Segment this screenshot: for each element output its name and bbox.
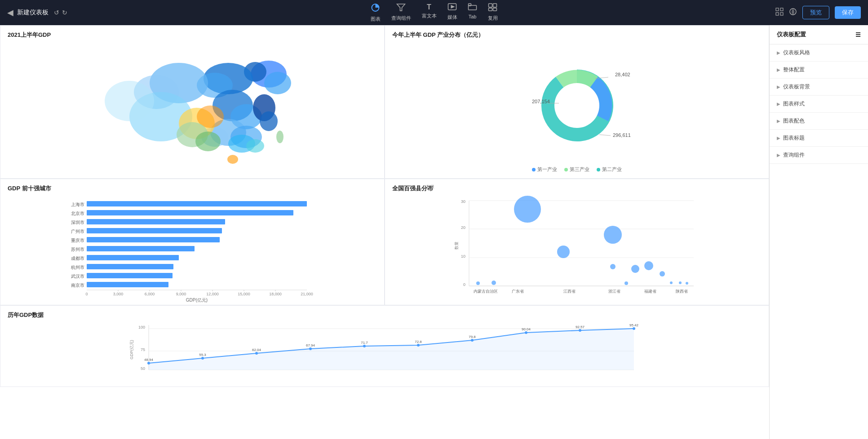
bar-chart-svg: 上海市 北京市 深圳市 广州市 重庆市 — [8, 196, 377, 299]
svg-rect-13 — [780, 13, 783, 15]
config-sidebar: 仪表板配置 ☰ ▶ 仪表板风格 ▶ 整体配置 ▶ 仪表板背景 ▶ 图表样式 ▶ … — [769, 25, 868, 439]
sidebar-label-3: 仪表板背景 — [783, 83, 810, 91]
tool-media[interactable]: 媒体 — [447, 3, 457, 22]
svg-text:90.04: 90.04 — [522, 327, 531, 331]
svg-point-107 — [631, 265, 639, 273]
center-toolbar: 图表 查询组件 T 富文本 媒体 Tab 复 — [371, 3, 498, 22]
theme-icon[interactable] — [789, 8, 797, 18]
svg-text:浙江省: 浙江省 — [608, 289, 620, 294]
svg-point-128 — [471, 339, 474, 342]
bubble-chart-svg: 0 10 20 30 数量 内蒙古自治区 广东省 — [392, 196, 762, 304]
chevron-icon-6: ▶ — [777, 136, 780, 140]
tool-query[interactable]: 查询组件 — [391, 3, 411, 22]
sidebar-item-dashboard-style[interactable]: ▶ 仪表板风格 — [770, 44, 868, 61]
sidebar-item-query-component[interactable]: ▶ 查询组件 — [770, 147, 868, 164]
svg-text:71.7: 71.7 — [361, 341, 368, 345]
pie-title: 今年上半年 GDP 产业分布（亿元） — [392, 31, 762, 39]
svg-point-103 — [476, 281, 480, 285]
sidebar-item-background[interactable]: ▶ 仪表板背景 — [770, 79, 868, 96]
pie-chart-svg: 28,402 207,154 296,611 — [505, 58, 649, 153]
svg-text:广东省: 广东省 — [512, 289, 524, 294]
right-toolbar: 预览 保存 — [775, 6, 861, 19]
tool-tab[interactable]: Tab — [468, 3, 477, 22]
legend-label-2: 第三产业 — [570, 166, 589, 173]
grid-icon[interactable] — [775, 8, 784, 18]
svg-text:0: 0 — [463, 282, 465, 287]
sidebar-item-chart-label[interactable]: ▶ 图表标题 — [770, 130, 868, 147]
dashboard-grid: 2021上半年GDP — [0, 25, 769, 387]
svg-text:6,000: 6,000 — [145, 292, 155, 296]
svg-rect-8 — [489, 8, 492, 11]
svg-text:79.8: 79.8 — [469, 335, 476, 339]
svg-rect-49 — [87, 210, 293, 215]
svg-text:100: 100 — [138, 325, 145, 329]
svg-marker-121 — [149, 329, 634, 370]
pie-legend: 第一产业 第三产业 第二产业 — [392, 166, 762, 173]
tool-richtext[interactable]: T 富文本 — [422, 3, 437, 22]
svg-text:3,000: 3,000 — [113, 292, 124, 296]
chevron-icon-3: ▶ — [777, 84, 780, 89]
svg-text:深圳市: 深圳市 — [71, 220, 84, 225]
map-title: 2021上半年GDP — [8, 31, 377, 39]
svg-point-125 — [309, 347, 312, 350]
svg-rect-12 — [776, 13, 779, 15]
preview-button[interactable]: 预览 — [802, 6, 829, 19]
svg-text:72.8: 72.8 — [415, 340, 422, 344]
legend-dot-3 — [597, 168, 600, 171]
tool-chart[interactable]: 图表 — [371, 3, 381, 22]
svg-text:武汉市: 武汉市 — [71, 274, 84, 279]
tool-richtext-label: 富文本 — [422, 13, 437, 19]
filter-icon — [397, 3, 406, 13]
svg-point-106 — [624, 281, 628, 285]
svg-text:95.42: 95.42 — [629, 323, 639, 327]
redo-button[interactable]: ↻ — [62, 9, 67, 16]
undo-redo-group: ↺ ↻ — [54, 9, 67, 16]
svg-text:50: 50 — [141, 366, 145, 371]
svg-text:62.04: 62.04 — [252, 348, 261, 352]
svg-text:21,000: 21,000 — [301, 292, 313, 296]
sidebar-item-chart-style[interactable]: ▶ 图表样式 — [770, 96, 868, 113]
tool-media-label: 媒体 — [447, 14, 457, 21]
sidebar-item-overall-config[interactable]: ▶ 整体配置 — [770, 61, 868, 79]
svg-text:南京市: 南京市 — [71, 283, 84, 288]
svg-rect-65 — [87, 282, 168, 287]
svg-rect-47 — [87, 201, 307, 206]
svg-text:55.3: 55.3 — [199, 353, 206, 357]
svg-text:15,000: 15,000 — [238, 292, 250, 296]
tool-reuse[interactable]: 复用 — [488, 3, 498, 22]
bar-panel: GDP 前十强城市 上海市 北京市 — [0, 179, 384, 305]
svg-point-129 — [525, 331, 527, 334]
svg-text:内蒙古自治区: 内蒙古自治区 — [474, 289, 498, 294]
svg-point-37 — [227, 155, 238, 164]
legend-label-1: 第一产业 — [537, 166, 557, 173]
undo-button[interactable]: ↺ — [54, 9, 59, 16]
legend-label-3: 第二产业 — [602, 166, 622, 173]
legend-item-3: 第二产业 — [597, 166, 622, 173]
chevron-icon-7: ▶ — [777, 153, 780, 158]
legend-dot-2 — [564, 168, 568, 171]
svg-text:296,611: 296,611 — [613, 132, 631, 138]
chart-icon — [371, 3, 380, 14]
line-panel: 历年GDP数据 50 75 100 — [0, 306, 769, 386]
sidebar-label-7: 查询组件 — [783, 151, 805, 159]
chevron-icon-4: ▶ — [777, 101, 780, 106]
sidebar-label-5: 图表配色 — [783, 117, 805, 125]
svg-marker-1 — [397, 4, 405, 11]
svg-point-99 — [514, 196, 541, 223]
svg-rect-6 — [489, 4, 492, 7]
chevron-icon-5: ▶ — [777, 119, 780, 123]
svg-text:48.94: 48.94 — [144, 358, 154, 362]
dashboard-canvas: 2021上半年GDP — [0, 25, 769, 439]
bubble-panel: 全国百强县分布 0 10 20 30 — [385, 179, 769, 305]
legend-dot-1 — [532, 168, 536, 171]
svg-text:陕西省: 陕西省 — [676, 289, 688, 294]
back-button[interactable]: ◀ — [7, 8, 13, 18]
sidebar-item-chart-color[interactable]: ▶ 图表配色 — [770, 113, 868, 130]
sidebar-menu-icon[interactable]: ☰ — [855, 31, 861, 38]
svg-rect-59 — [87, 255, 179, 260]
chevron-icon-2: ▶ — [777, 67, 780, 72]
svg-text:10: 10 — [461, 254, 465, 259]
svg-point-124 — [255, 352, 258, 355]
chevron-icon-1: ▶ — [777, 50, 780, 55]
save-button[interactable]: 保存 — [835, 6, 861, 19]
